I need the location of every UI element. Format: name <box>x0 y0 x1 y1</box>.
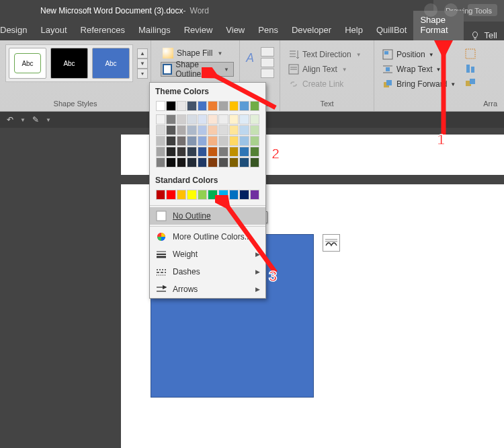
color-swatch[interactable] <box>187 114 197 124</box>
weight-item[interactable]: Weight ▶ <box>150 246 265 263</box>
color-swatch[interactable] <box>250 136 260 146</box>
shape-fill-button[interactable]: Shape Fill ▼ <box>161 46 234 61</box>
tab-mailings[interactable]: Mailings <box>132 21 177 40</box>
text-direction-button[interactable]: Text Direction▼ <box>286 47 368 62</box>
color-swatch[interactable] <box>250 125 260 135</box>
color-swatch[interactable] <box>239 157 249 167</box>
color-swatch[interactable] <box>156 157 166 167</box>
color-swatch[interactable] <box>198 114 208 124</box>
more-outline-colors-item[interactable]: More Outline Colors... <box>150 228 265 246</box>
color-swatch[interactable] <box>218 136 228 146</box>
color-swatch[interactable] <box>239 190 249 200</box>
dashes-item[interactable]: Dashes ▶ <box>150 263 265 281</box>
tell-me[interactable]: Tell <box>464 30 504 40</box>
color-swatch[interactable] <box>208 136 218 146</box>
color-swatch[interactable] <box>218 190 228 200</box>
color-swatch[interactable] <box>177 125 187 135</box>
shape-style-1[interactable]: Abc <box>9 48 46 79</box>
color-swatch[interactable] <box>239 125 249 135</box>
color-swatch[interactable] <box>208 101 218 111</box>
color-swatch[interactable] <box>156 125 166 135</box>
color-swatch[interactable] <box>250 190 260 200</box>
align-text-button[interactable]: Align Text▼ <box>286 62 368 77</box>
undo-button[interactable]: ↶ <box>7 115 13 124</box>
color-swatch[interactable] <box>229 101 239 111</box>
color-swatch[interactable] <box>156 190 166 200</box>
color-swatch[interactable] <box>198 190 208 200</box>
color-swatch[interactable] <box>187 190 197 200</box>
color-swatch[interactable] <box>208 147 218 157</box>
group-icon[interactable] <box>465 78 476 89</box>
color-swatch[interactable] <box>198 101 208 111</box>
color-swatch[interactable] <box>229 190 239 200</box>
position-button[interactable]: Position▼ <box>380 47 458 62</box>
shape-style-3[interactable]: Abc <box>92 48 130 79</box>
color-swatch[interactable] <box>250 114 260 124</box>
color-swatch[interactable] <box>166 114 176 124</box>
tab-developer[interactable]: Developer <box>285 21 338 40</box>
color-swatch[interactable] <box>229 147 239 157</box>
color-swatch[interactable] <box>239 136 249 146</box>
color-swatch[interactable] <box>166 125 176 135</box>
color-swatch[interactable] <box>229 157 239 167</box>
color-swatch[interactable] <box>208 114 218 124</box>
tab-layout[interactable]: Layout <box>34 21 73 40</box>
color-swatch[interactable] <box>208 157 218 167</box>
color-swatch[interactable] <box>218 101 228 111</box>
color-swatch[interactable] <box>198 136 208 146</box>
align-icon[interactable] <box>465 63 476 74</box>
color-swatch[interactable] <box>166 190 176 200</box>
color-swatch[interactable] <box>177 114 187 124</box>
color-swatch[interactable] <box>166 136 176 146</box>
color-swatch[interactable] <box>166 147 176 157</box>
color-swatch[interactable] <box>218 125 228 135</box>
color-swatch[interactable] <box>198 157 208 167</box>
shape-style-2[interactable]: Abc <box>50 48 88 79</box>
bring-forward-button[interactable]: Bring Forward▼ <box>380 77 458 91</box>
selection-pane-icon[interactable] <box>465 48 476 59</box>
color-swatch[interactable] <box>156 114 166 124</box>
color-swatch[interactable] <box>187 101 197 111</box>
color-swatch[interactable] <box>166 101 176 111</box>
color-swatch[interactable] <box>198 125 208 135</box>
color-swatch[interactable] <box>198 147 208 157</box>
tab-quillbot[interactable]: QuillBot <box>370 21 414 40</box>
color-swatch[interactable] <box>208 125 218 135</box>
tab-help[interactable]: Help <box>338 21 370 40</box>
shape-style-up[interactable]: ▲ <box>137 48 148 59</box>
no-outline-item[interactable]: No Outline <box>150 207 265 225</box>
wordart-up[interactable] <box>261 47 274 57</box>
qat-more[interactable]: ▼ <box>46 117 51 123</box>
color-swatch[interactable] <box>229 125 239 135</box>
undo-dropdown[interactable]: ▼ <box>20 117 26 123</box>
color-swatch[interactable] <box>177 157 187 167</box>
tab-references[interactable]: References <box>74 21 132 40</box>
wordart-down[interactable] <box>261 58 274 67</box>
color-swatch[interactable] <box>250 157 260 167</box>
wordart-more[interactable] <box>261 69 274 78</box>
color-swatch[interactable] <box>239 101 249 111</box>
color-swatch[interactable] <box>187 157 197 167</box>
color-swatch[interactable] <box>177 190 187 200</box>
color-swatch[interactable] <box>156 101 166 111</box>
color-swatch[interactable] <box>187 136 197 146</box>
shape-style-more[interactable]: ▾ <box>137 69 148 79</box>
color-swatch[interactable] <box>218 147 228 157</box>
color-swatch[interactable] <box>229 114 239 124</box>
color-swatch[interactable] <box>250 101 260 111</box>
color-swatch[interactable] <box>187 125 197 135</box>
layout-options-button[interactable] <box>323 234 340 252</box>
color-swatch[interactable] <box>156 147 166 157</box>
format-painter-button[interactable]: ✎ <box>32 115 39 124</box>
color-swatch[interactable] <box>166 157 176 167</box>
color-swatch[interactable] <box>177 136 187 146</box>
color-swatch[interactable] <box>250 147 260 157</box>
wordart-icon[interactable]: A <box>245 47 258 70</box>
color-swatch[interactable] <box>239 147 249 157</box>
shape-outline-button[interactable]: Shape Outline ▼ <box>161 62 234 77</box>
wrap-text-button[interactable]: Wrap Text▼ <box>380 62 458 77</box>
color-swatch[interactable] <box>218 157 228 167</box>
color-swatch[interactable] <box>187 147 197 157</box>
color-swatch[interactable] <box>156 136 166 146</box>
color-swatch[interactable] <box>177 147 187 157</box>
